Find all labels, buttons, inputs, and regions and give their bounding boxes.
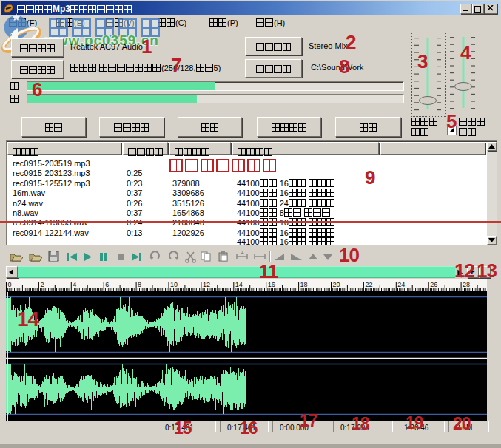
svg-text:18: 18 bbox=[300, 281, 308, 288]
svg-text:24: 24 bbox=[397, 281, 405, 288]
svg-text:8: 8 bbox=[138, 281, 141, 288]
svg-text:0: 0 bbox=[8, 281, 12, 288]
svg-text:+: + bbox=[241, 250, 244, 257]
svg-text:20: 20 bbox=[333, 281, 340, 288]
svg-text:4: 4 bbox=[73, 281, 76, 288]
svg-text:-: - bbox=[258, 250, 260, 257]
svg-text:26: 26 bbox=[430, 281, 437, 288]
svg-text:6: 6 bbox=[105, 281, 109, 288]
svg-text:12: 12 bbox=[203, 281, 210, 288]
svg-text:2: 2 bbox=[40, 281, 44, 288]
svg-text:14: 14 bbox=[235, 281, 243, 288]
svg-text:10: 10 bbox=[170, 281, 178, 288]
svg-text:22: 22 bbox=[365, 281, 372, 288]
